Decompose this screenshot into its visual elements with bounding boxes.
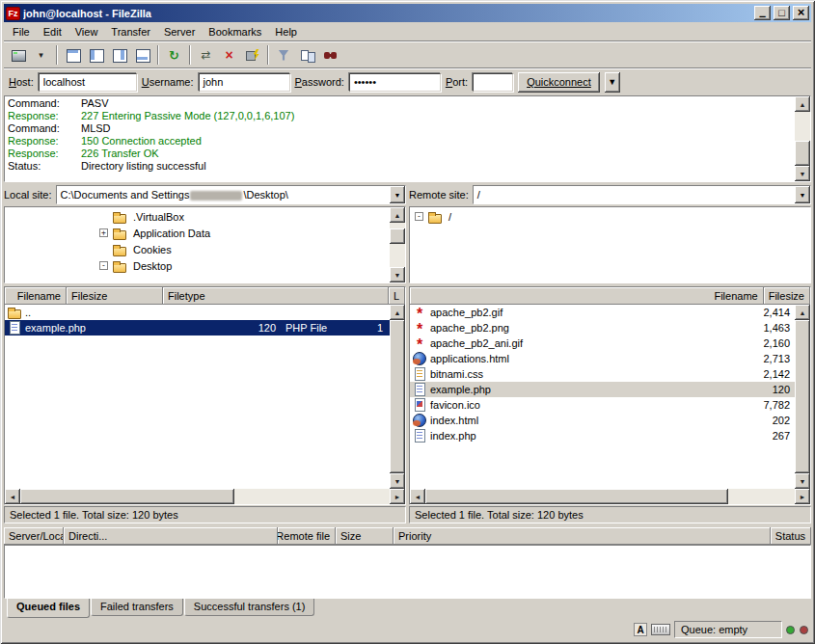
file-row-example-php[interactable]: example.php120 bbox=[410, 382, 795, 397]
log-scrollbar[interactable] bbox=[795, 96, 810, 181]
scroll-down-button[interactable] bbox=[390, 267, 405, 282]
tab-queued-files[interactable]: Queued files bbox=[7, 599, 90, 618]
toggle-remote-tree-button[interactable] bbox=[108, 44, 130, 66]
scroll-down-button[interactable] bbox=[390, 473, 405, 489]
quickconnect-dropdown-button[interactable]: ▼ bbox=[605, 72, 620, 93]
menu-view[interactable]: View bbox=[68, 24, 105, 40]
scroll-thumb[interactable] bbox=[795, 141, 810, 166]
titlebar[interactable]: Fz john@localhost - FileZilla bbox=[4, 4, 811, 22]
scroll-down-button[interactable] bbox=[795, 166, 810, 181]
scroll-up-button[interactable] bbox=[390, 207, 405, 223]
scroll-thumb[interactable] bbox=[20, 489, 234, 504]
keyboard-icon[interactable] bbox=[651, 624, 670, 635]
port-input[interactable] bbox=[473, 73, 513, 92]
toggle-message-log-button[interactable] bbox=[62, 44, 84, 66]
tree-item-cookies[interactable]: Cookies bbox=[5, 241, 390, 257]
remote-site-dropdown-button[interactable] bbox=[795, 186, 810, 203]
file-row-example-php[interactable]: example.php120PHP File1 bbox=[5, 320, 390, 335]
disconnect-button[interactable] bbox=[241, 44, 263, 66]
file-row-apache-pb2-gif[interactable]: apache_pb2.gif2,414 bbox=[410, 305, 795, 320]
tab-successful-transfers-1[interactable]: Successful transfers (1) bbox=[184, 599, 315, 616]
scroll-down-button[interactable] bbox=[795, 473, 810, 489]
scroll-thumb[interactable] bbox=[425, 489, 728, 504]
scroll-thumb[interactable] bbox=[795, 320, 810, 473]
queue-column-server-local-file[interactable]: Server/Local file bbox=[4, 527, 64, 545]
tree-item-virtualbox[interactable]: .VirtualBox bbox=[5, 208, 390, 225]
scroll-track[interactable] bbox=[390, 223, 405, 267]
column-filename[interactable]: Filename∧ bbox=[410, 287, 764, 305]
tree-item-application-data[interactable]: +Application Data bbox=[5, 225, 390, 241]
column-l[interactable]: L∧ bbox=[389, 287, 405, 305]
column-filetype[interactable]: Filetype∧ bbox=[163, 287, 389, 305]
scroll-left-button[interactable] bbox=[5, 489, 20, 504]
queue-column-status[interactable]: Status bbox=[771, 527, 811, 545]
file-row-index-html[interactable]: index.html202 bbox=[410, 413, 795, 428]
process-queue-button[interactable]: ⇄ bbox=[195, 44, 217, 66]
column-filename[interactable]: Filename∧ bbox=[5, 287, 67, 305]
host-input[interactable]: localhost bbox=[39, 73, 137, 92]
minimize-button[interactable] bbox=[754, 6, 771, 20]
menu-edit[interactable]: Edit bbox=[37, 24, 68, 40]
column-filesize[interactable]: Filesize∧ bbox=[67, 287, 163, 305]
scroll-thumb[interactable] bbox=[390, 228, 405, 244]
toggle-queue-button[interactable] bbox=[131, 44, 153, 66]
menu-file[interactable]: File bbox=[6, 24, 37, 40]
transfer-queue-list[interactable] bbox=[4, 545, 811, 599]
scroll-right-button[interactable] bbox=[795, 489, 810, 504]
maximize-button[interactable] bbox=[774, 6, 790, 20]
scroll-up-button[interactable] bbox=[795, 96, 810, 112]
scroll-track[interactable] bbox=[795, 112, 810, 166]
separator-button[interactable] bbox=[267, 45, 269, 65]
scroll-up-button[interactable] bbox=[390, 305, 405, 320]
scroll-thumb[interactable] bbox=[390, 320, 405, 473]
quickconnect-button[interactable]: Quickconnect bbox=[518, 72, 600, 93]
separator-button[interactable] bbox=[189, 45, 191, 65]
file-row-apache-pb2-ani-gif[interactable]: apache_pb2_ani.gif2,160 bbox=[410, 335, 795, 351]
file-row-applications-html[interactable]: applications.html2,713 bbox=[410, 351, 795, 366]
password-input[interactable]: •••••• bbox=[349, 73, 441, 92]
queue-column-directi[interactable]: Directi... bbox=[64, 527, 278, 545]
local-site-dropdown-button[interactable] bbox=[390, 186, 405, 203]
menu-transfer[interactable]: Transfer bbox=[104, 24, 157, 40]
queue-column-size[interactable]: Size bbox=[336, 527, 394, 545]
tree-expander[interactable]: - bbox=[415, 212, 423, 221]
remote-site-combo[interactable]: / bbox=[473, 185, 811, 204]
file-row-bitnami-css[interactable]: bitnami.css2,142 bbox=[410, 366, 795, 382]
local-list-hscrollbar[interactable] bbox=[5, 489, 405, 504]
local-site-combo[interactable]: C:\Documents and Settings\Desktop\ bbox=[56, 185, 406, 204]
remote-list-scrollbar[interactable] bbox=[795, 305, 810, 489]
scroll-track[interactable] bbox=[20, 489, 390, 504]
queue-column-remote-file[interactable]: Remote file bbox=[278, 527, 336, 545]
tree-expander[interactable]: - bbox=[99, 261, 108, 270]
tree-expander[interactable]: + bbox=[99, 228, 108, 237]
file-row-apache-pb2-png[interactable]: apache_pb2.png1,463 bbox=[410, 320, 795, 335]
tree-item-desktop[interactable]: -Desktop bbox=[5, 257, 390, 274]
scroll-left-button[interactable] bbox=[410, 489, 425, 504]
scroll-track[interactable] bbox=[795, 320, 810, 473]
menu-server[interactable]: Server bbox=[157, 24, 202, 40]
file-row-favicon-ico[interactable]: favicon.ico7,782 bbox=[410, 397, 795, 413]
compare-button[interactable] bbox=[296, 44, 318, 66]
scroll-track[interactable] bbox=[425, 489, 795, 504]
scroll-right-button[interactable] bbox=[390, 489, 405, 504]
file-row-item[interactable]: .. bbox=[5, 305, 390, 320]
separator-button[interactable] bbox=[157, 45, 159, 65]
separator-button[interactable] bbox=[56, 45, 58, 65]
tab-failed-transfers[interactable]: Failed transfers bbox=[91, 599, 183, 616]
file-row-index-php[interactable]: index.php267 bbox=[410, 428, 795, 443]
menu-bookmarks[interactable]: Bookmarks bbox=[202, 24, 268, 40]
queue-column-priority[interactable]: Priority bbox=[394, 527, 771, 545]
column-filesize[interactable]: Filesize∧ bbox=[764, 287, 810, 305]
scroll-up-button[interactable] bbox=[795, 305, 810, 320]
find-button[interactable] bbox=[319, 44, 341, 66]
refresh-button[interactable]: ↻ bbox=[163, 44, 185, 66]
site-manager-button[interactable] bbox=[7, 44, 29, 66]
language-indicator-icon[interactable]: A bbox=[634, 623, 647, 636]
cancel-button[interactable]: × bbox=[218, 44, 240, 66]
tree-item-root[interactable]: -/ bbox=[410, 208, 810, 225]
menu-help[interactable]: Help bbox=[268, 24, 304, 40]
remote-list-hscrollbar[interactable] bbox=[410, 489, 810, 504]
local-list-scrollbar[interactable] bbox=[390, 305, 405, 489]
username-input[interactable]: john bbox=[199, 73, 290, 92]
toggle-local-tree-button[interactable] bbox=[85, 44, 107, 66]
